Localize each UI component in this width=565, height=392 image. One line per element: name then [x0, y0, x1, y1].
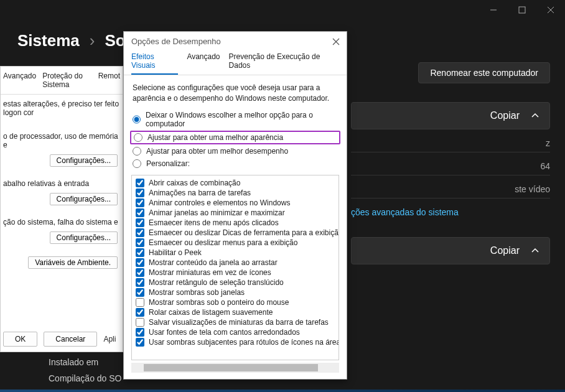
list-item: Instalado em — [49, 354, 122, 371]
minimize-button[interactable] — [479, 0, 508, 20]
chevron-up-icon — [531, 111, 539, 120]
effect-checkbox[interactable] — [136, 268, 144, 277]
effect-label: Mostrar conteúdo da janela ao arrastar — [149, 258, 278, 267]
breadcrumb: Sistema › Sol — [17, 31, 130, 50]
radio-best-performance[interactable]: Ajustar para obter um melhor desempenho — [133, 145, 338, 157]
effect-checkbox[interactable] — [136, 298, 144, 307]
rename-computer-button[interactable]: Renomear este computador — [418, 62, 550, 83]
effect-checkbox-item[interactable]: Mostrar sombras sob janelas — [136, 287, 335, 297]
radio-let-windows-choose[interactable]: Deixar o Windows escolher a melhor opção… — [133, 109, 338, 130]
effect-checkbox[interactable] — [136, 278, 144, 287]
effect-label: Animações na barra de tarefas — [149, 189, 251, 197]
sysprops-hint: estas alterações, é preciso ter feito lo… — [1, 95, 123, 122]
chevron-right-icon: › — [90, 31, 95, 50]
effect-label: Habilitar o Peek — [149, 248, 202, 257]
effect-checkbox-item[interactable]: Animar janelas ao minimizar e maximizar — [136, 208, 335, 218]
tab-dep[interactable]: Prevenção de Execução de Dados — [229, 52, 339, 75]
effect-checkbox[interactable] — [136, 318, 144, 327]
tab-advanced[interactable]: Avançado — [187, 52, 220, 75]
close-button[interactable] — [536, 0, 565, 20]
effect-label: Animar controles e elementos no Windows — [149, 198, 290, 207]
tab-protection[interactable]: Proteção do Sistema — [42, 72, 92, 89]
visual-effects-checklist[interactable]: Abrir caixas de combinaçãoAnimações na b… — [131, 175, 339, 360]
copy-label: Copiar — [490, 245, 520, 256]
maximize-button[interactable] — [508, 0, 536, 20]
effect-checkbox-item[interactable]: Mostrar conteúdo da janela ao arrastar — [136, 258, 335, 268]
effect-checkbox-item[interactable]: Esmaecer itens de menu após clicados — [136, 218, 335, 228]
env-vars-button[interactable]: Variáveis de Ambiente. — [28, 256, 118, 269]
effect-label: Usar fontes de tela com cantos arredonda… — [149, 328, 300, 337]
effect-checkbox-item[interactable]: Abrir caixas de combinação — [136, 178, 335, 188]
spec-row-1: z — [351, 129, 550, 152]
effect-label: Animar janelas ao minimizar e maximizar — [149, 208, 285, 217]
effect-checkbox-item[interactable]: Usar fontes de tela com cantos arredonda… — [136, 327, 335, 337]
effect-checkbox-item[interactable]: Mostrar miniaturas em vez de ícones — [136, 268, 335, 278]
effect-checkbox[interactable] — [136, 258, 144, 267]
effect-label: Esmaecer ou deslizar Dicas de ferramenta… — [149, 228, 339, 237]
effect-checkbox-item[interactable]: Salvar visualizações de miniaturas da ba… — [136, 317, 335, 327]
effect-label: Esmaecer itens de menu após clicados — [149, 218, 279, 227]
system-properties-dialog: Avançado Proteção do Sistema Remot estas… — [0, 66, 123, 352]
svg-rect-1 — [519, 7, 525, 13]
sysprops-section-startup: ção do sistema, falha do sistema e — [1, 208, 123, 229]
effect-label: Esmaecer ou deslizar menus para a exibiç… — [149, 238, 297, 247]
effect-checkbox[interactable] — [136, 238, 144, 247]
effect-label: Mostrar sombras sob janelas — [149, 288, 245, 297]
effect-checkbox-item[interactable]: Animar controles e elementos no Windows — [136, 198, 335, 208]
taskbar-edge — [0, 390, 565, 392]
effect-label: Mostrar retângulo de seleção translúcido — [149, 278, 284, 287]
settings-button-3[interactable]: Configurações... — [50, 231, 118, 244]
effect-checkbox[interactable] — [136, 208, 144, 217]
effect-label: Usar sombras subjacentes para rótulos de… — [149, 338, 339, 347]
effect-checkbox[interactable] — [136, 338, 144, 347]
breadcrumb-root[interactable]: Sistema — [17, 31, 80, 50]
effect-label: Abrir caixas de combinação — [149, 179, 240, 187]
sysprops-section-performance: o de processador, uso de memória e — [1, 122, 123, 152]
settings-button-1[interactable]: Configurações... — [50, 154, 118, 167]
effect-label: Mostrar miniaturas em vez de ícones — [149, 268, 271, 277]
performance-options-dialog: Opções de Desempenho Efeitos Visuais Ava… — [123, 31, 347, 380]
apply-button[interactable]: Apli — [103, 335, 116, 343]
effect-checkbox[interactable] — [136, 228, 144, 237]
effect-checkbox[interactable] — [136, 198, 144, 207]
effect-checkbox-item[interactable]: Animações na barra de tarefas — [136, 188, 335, 198]
about-panel: Renomear este computador Copiar z 64 ste… — [351, 62, 550, 264]
effect-checkbox[interactable] — [136, 308, 144, 317]
effect-checkbox[interactable] — [136, 179, 144, 187]
effect-label: Mostrar sombras sob o ponteiro do mouse — [149, 298, 289, 307]
tab-remote[interactable]: Remot — [98, 72, 120, 89]
tab-visual-effects[interactable]: Efeitos Visuais — [131, 52, 178, 75]
chevron-up-icon — [531, 246, 539, 255]
effect-label: Salvar visualizações de miniaturas da ba… — [149, 318, 329, 327]
effect-checkbox[interactable] — [136, 248, 144, 257]
effect-checkbox-item[interactable]: Rolar caixas de listagem suavemente — [136, 307, 335, 317]
radio-custom[interactable]: Personalizar: — [133, 157, 338, 170]
spec-row-2: 64 — [351, 152, 550, 175]
list-item: Compilação do SO — [49, 370, 122, 387]
effect-label: Rolar caixas de listagem suavemente — [149, 308, 273, 317]
copy-label: Copiar — [490, 110, 520, 121]
effect-checkbox[interactable] — [136, 288, 144, 297]
copy-row-1[interactable]: Copiar — [351, 102, 550, 129]
window-titlebar — [479, 0, 565, 20]
ok-button[interactable]: OK — [3, 332, 37, 347]
radio-best-appearance[interactable]: Ajustar para obter uma melhor aparência — [130, 131, 340, 144]
effect-checkbox-item[interactable]: Mostrar retângulo de seleção translúcido — [136, 278, 335, 287]
close-icon[interactable] — [332, 37, 340, 46]
effect-checkbox-item[interactable]: Habilitar o Peek — [136, 248, 335, 258]
scrollbar-thumb[interactable] — [144, 364, 318, 371]
copy-row-2[interactable]: Copiar — [351, 237, 550, 264]
effect-checkbox-item[interactable]: Mostrar sombras sob o ponteiro do mouse — [136, 297, 335, 307]
settings-button-2[interactable]: Configurações... — [50, 193, 118, 205]
effect-checkbox[interactable] — [136, 189, 144, 197]
spec-row-3: ste vídeo — [351, 175, 550, 198]
effect-checkbox[interactable] — [136, 218, 144, 227]
cancel-button[interactable]: Cancelar — [44, 332, 97, 347]
effect-checkbox[interactable] — [136, 328, 144, 337]
effect-checkbox-item[interactable]: Esmaecer ou deslizar Dicas de ferramenta… — [136, 228, 335, 238]
tab-advanced[interactable]: Avançado — [3, 72, 36, 89]
effect-checkbox-item[interactable]: Usar sombras subjacentes para rótulos de… — [136, 337, 335, 347]
horizontal-scrollbar[interactable] — [131, 363, 339, 373]
effect-checkbox-item[interactable]: Esmaecer ou deslizar menus para a exibiç… — [136, 238, 335, 248]
advanced-settings-link[interactable]: ções avançadas do sistema — [351, 198, 550, 226]
